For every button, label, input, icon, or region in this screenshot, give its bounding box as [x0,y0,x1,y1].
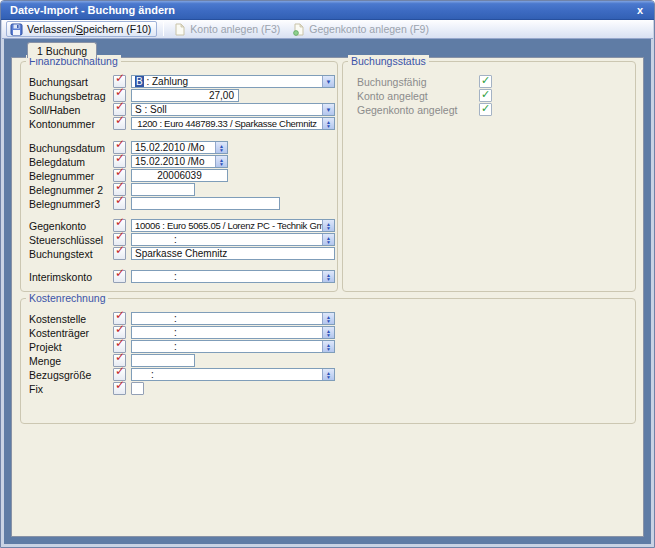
interimskonto-label: Interimskonto [29,271,113,283]
spinner-icon[interactable]: ▲▼ [322,271,334,282]
belegnummer3-enable-toggle[interactable]: ✓ [113,197,126,210]
gegenkonto-angelegt-label: Gegenkonto angelegt [357,104,479,116]
save-exit-button[interactable]: Verlassen/Speichern (F10) [6,21,157,37]
buchungstext-enable-toggle[interactable]: ✓ [113,247,126,260]
sollhaben-value: S : Soll [132,104,322,115]
spinner-icon[interactable]: ▲▼ [322,327,334,338]
create-konto-label: Konto anlegen (F3) [190,23,280,35]
spinner-icon[interactable]: ▲▼ [322,313,334,324]
create-konto-button: Konto anlegen (F3) [170,21,285,37]
belegnummer3-label: Belegnummer3 [29,198,113,210]
dialog-window: Datev-Import - Buchung ändern x Verlasse… [0,0,655,548]
row-buchungsart: Buchungsart ✓ B : Zahlung ▼ [29,75,337,88]
fix-enable-toggle[interactable]: ✓ [113,382,126,395]
kostentraeger-label: Kostenträger [29,327,113,339]
red-check-icon: ✓ [115,351,125,364]
projekt-combo[interactable]: : ▲▼ [131,340,335,353]
row-buchungsdatum: Buchungsdatum ✓ 15.02.2010 /Mo ▲▼ [29,141,337,154]
window-title: Datev-Import - Buchung ändern [10,4,175,16]
red-check-icon: ✓ [115,138,125,151]
steuerschluessel-combo[interactable]: : ▲▼ [131,233,335,246]
red-check-icon: ✓ [115,194,125,207]
row-interimskonto: Interimskonto ✓ : ▲▼ [29,270,337,283]
red-check-icon: ✓ [115,365,125,378]
row-sollhaben: Soll/Haben ✓ S : Soll ▼ [29,103,337,116]
konto-angelegt-label: Konto angelegt [357,90,479,102]
menge-input[interactable] [131,354,195,367]
dropdown-arrow-icon[interactable]: ▼ [322,104,334,115]
row-belegnummer: Belegnummer ✓ 20006039 [29,169,337,182]
menge-label: Menge [29,355,113,367]
buchungstext-input[interactable]: Sparkasse Chemnitz [131,247,335,260]
kostenstelle-label: Kostenstelle [29,313,113,325]
fix-label: Fix [29,383,113,395]
tab-page-buchung: Finanzbuchhaltung Buchungsart ✓ B : Zahl… [11,57,644,537]
red-check-icon: ✓ [115,216,125,229]
kostenstelle-combo[interactable]: : ▲▼ [131,312,335,325]
red-check-icon: ✓ [115,244,125,257]
close-icon[interactable]: x [635,4,645,16]
buchungsart-value: B : Zahlung [132,76,322,87]
belegdatum-label: Belegdatum [29,156,113,168]
belegnummer-label: Belegnummer [29,170,113,182]
belegnummer2-input[interactable] [131,183,195,196]
belegnummer3-input[interactable] [131,197,280,210]
dropdown-arrow-icon[interactable]: ▼ [322,76,334,87]
toolbar: Verlassen/Speichern (F10) Konto anlegen … [2,20,653,39]
red-check-icon: ✓ [115,379,125,392]
row-buchungsfaehig: Buchungsfähig ✓ [357,75,635,88]
new-document-icon [173,23,186,36]
belegnummer-input[interactable]: 20006039 [131,169,228,182]
konto-angelegt-checkbox: ✓ [479,89,492,102]
save-icon [10,23,23,36]
save-exit-label: Verlassen/Speichern (F10) [27,23,151,35]
spinner-icon[interactable]: ▲▼ [322,220,334,231]
spinner-icon[interactable]: ▲▼ [215,156,227,167]
kostentraeger-combo[interactable]: : ▲▼ [131,326,335,339]
gegenkonto-combo[interactable]: 10006 : Euro 5065.05 / Lorenz PC - Techn… [131,219,335,232]
buchungsbetrag-value: 27,00 [132,90,238,101]
belegdatum-input[interactable]: 15.02.2010 /Mo ▲▼ [131,155,228,168]
red-check-icon: ✓ [115,152,125,165]
tab-buchung[interactable]: 1 Buchung [27,42,97,58]
spinner-icon[interactable]: ▲▼ [322,369,334,380]
bezugsgroesse-label: Bezugsgröße [29,369,113,381]
green-check-icon: ✓ [481,102,490,115]
belegnummer-value: 20006039 [132,170,227,181]
sollhaben-dropdown[interactable]: S : Soll ▼ [131,103,335,116]
interimskonto-value: : [132,271,322,282]
interimskonto-combo[interactable]: : ▲▼ [131,270,335,283]
fix-checkbox[interactable] [131,382,144,395]
sollhaben-label: Soll/Haben [29,104,113,116]
row-gegenkonto-angelegt: Gegenkonto angelegt ✓ [357,103,635,116]
buchungsbetrag-input[interactable]: 27,00 [131,89,239,102]
row-konto-angelegt: Konto angelegt ✓ [357,89,635,102]
steuerschluessel-value: : [132,234,322,245]
bezugsgroesse-combo[interactable]: : ▲▼ [131,368,335,381]
kostenstelle-value: : [132,313,322,324]
spinner-icon[interactable]: ▲▼ [322,118,334,129]
row-belegnummer2: Belegnummer 2 ✓ [29,183,337,196]
steuerschluessel-label: Steuerschlüssel [29,234,113,246]
interimskonto-enable-toggle[interactable]: ✓ [113,270,126,283]
buchungsart-dropdown[interactable]: B : Zahlung ▼ [131,75,335,88]
create-gegenkonto-button: Gegenkonto anlegen (F9) [289,21,434,37]
kontonummer-value: 1200 : Euro 448789.33 / Sparkasse Chemni… [132,118,322,129]
kontonummer-combo[interactable]: 1200 : Euro 448789.33 / Sparkasse Chemni… [131,117,335,130]
buchungsfaehig-label: Buchungsfähig [357,76,479,88]
red-check-icon: ✓ [115,267,125,280]
spinner-icon[interactable]: ▲▼ [322,234,334,245]
green-check-icon: ✓ [481,88,490,101]
row-kontonummer: Kontonummer ✓ 1200 : Euro 448789.33 / Sp… [29,117,337,130]
kontonummer-enable-toggle[interactable]: ✓ [113,117,126,130]
row-steuerschluessel: Steuerschlüssel ✓ : ▲▼ [29,233,337,246]
red-check-icon: ✓ [115,72,125,85]
spinner-icon[interactable]: ▲▼ [322,341,334,352]
buchungsdatum-value: 15.02.2010 /Mo [132,142,215,153]
title-bar: Datev-Import - Buchung ändern x [1,1,654,20]
spinner-icon[interactable]: ▲▼ [215,142,227,153]
row-gegenkonto: Gegenkonto ✓ 10006 : Euro 5065.05 / Lore… [29,219,337,232]
buchungsdatum-input[interactable]: 15.02.2010 /Mo ▲▼ [131,141,228,154]
red-check-icon: ✓ [115,309,125,322]
row-buchungsbetrag: Buchungsbetrag ✓ 27,00 [29,89,337,102]
